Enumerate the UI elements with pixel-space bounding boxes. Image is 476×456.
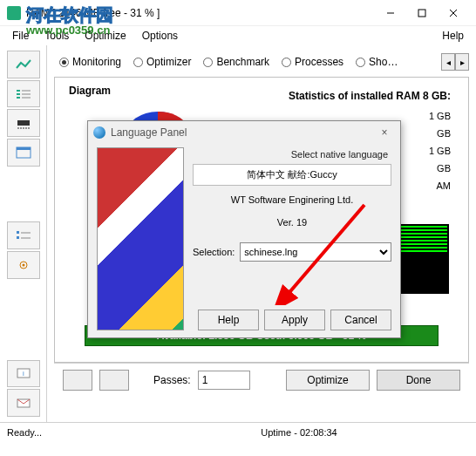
sidebar-ram-icon[interactable] xyxy=(7,109,40,137)
status-uptime: Uptime - 02:08:34 xyxy=(129,427,469,438)
menu-file[interactable]: File xyxy=(5,28,36,44)
bottom-btn-2[interactable] xyxy=(99,370,129,391)
stat-row: 1 GB xyxy=(429,146,451,156)
dialog-titlebar: Language Panel × xyxy=(88,121,400,144)
sidebar-tasks-icon[interactable] xyxy=(7,221,40,249)
tab-strip: Monitoring Optimizer Benchmark Processes… xyxy=(54,51,469,73)
svg-rect-17 xyxy=(17,147,31,150)
bottom-bar: Passes: 1 Optimize Done xyxy=(54,363,469,396)
menu-tools[interactable]: Tools xyxy=(37,28,76,44)
language-select[interactable]: schinese.lng xyxy=(240,242,391,262)
sidebar-list-icon[interactable] xyxy=(7,80,40,108)
passes-spinner[interactable]: 1 xyxy=(198,371,250,390)
tab-benchmark[interactable]: Benchmark xyxy=(198,56,275,68)
close-button[interactable] xyxy=(438,1,469,25)
sidebar-chart-icon[interactable] xyxy=(7,51,40,78)
svg-point-23 xyxy=(22,263,24,266)
lang-info-2: WT Software Enginering Ltd. xyxy=(193,191,391,208)
globe-icon xyxy=(93,126,105,139)
dialog-title: Language Panel xyxy=(111,126,187,139)
sidebar-window-icon[interactable] xyxy=(7,139,40,167)
lang-info-3: Ver. 19 xyxy=(193,214,391,231)
titlebar: RAM [ 2446 MB free - 31 % ] xyxy=(0,0,476,26)
sidebar-info-icon[interactable]: i xyxy=(7,360,40,388)
tab-scroll-right[interactable]: ▸ xyxy=(455,53,469,71)
lang-info-1: 简体中文 献给:Guccy xyxy=(193,164,391,186)
sidebar: i xyxy=(0,45,47,422)
menu-optimize[interactable]: Optimize xyxy=(78,28,133,44)
diagram-label: Diagram xyxy=(69,85,111,97)
sidebar-mail-icon[interactable] xyxy=(7,389,40,417)
status-ready: Ready... xyxy=(7,427,112,438)
flags-image xyxy=(97,147,184,330)
svg-rect-19 xyxy=(17,236,19,239)
tab-scroll-left[interactable]: ◂ xyxy=(441,53,455,71)
done-button[interactable]: Done xyxy=(377,370,460,391)
select-language-label: Select native language xyxy=(193,147,391,161)
maximize-button[interactable] xyxy=(406,1,438,25)
menubar: File Tools Optimize Options Help xyxy=(0,26,476,45)
status-bar: Ready... Uptime - 02:08:34 xyxy=(0,422,476,441)
language-dialog: Language Panel × Select native language … xyxy=(87,120,401,338)
stats-title: Statistics of installed RAM 8 GB: xyxy=(289,90,451,102)
menu-options[interactable]: Options xyxy=(135,28,185,44)
dialog-close-button[interactable]: × xyxy=(374,124,395,141)
stat-row: 1 GB xyxy=(429,111,451,121)
svg-rect-10 xyxy=(17,120,30,126)
tab-processes[interactable]: Processes xyxy=(276,56,349,68)
stat-row: AM xyxy=(437,180,452,191)
svg-text:i: i xyxy=(23,370,24,378)
svg-rect-18 xyxy=(17,231,19,234)
tab-monitoring[interactable]: Monitoring xyxy=(54,56,126,68)
selection-label: Selection: xyxy=(193,247,235,257)
svg-rect-5 xyxy=(17,93,20,95)
svg-rect-4 xyxy=(17,90,20,92)
minimize-button[interactable] xyxy=(375,1,406,25)
passes-label: Passes: xyxy=(153,374,191,386)
tab-optimizer[interactable]: Optimizer xyxy=(128,56,196,68)
dialog-help-button[interactable]: Help xyxy=(198,310,259,330)
stat-row: GB xyxy=(437,163,451,174)
app-icon xyxy=(7,6,21,20)
usage-graph xyxy=(398,224,449,294)
stat-row: GB xyxy=(437,128,451,139)
svg-rect-6 xyxy=(17,97,20,99)
svg-rect-1 xyxy=(418,10,425,17)
dialog-cancel-button[interactable]: Cancel xyxy=(330,310,391,330)
bottom-btn-1[interactable] xyxy=(63,370,92,391)
window-title: RAM [ 2446 MB free - 31 % ] xyxy=(26,7,375,19)
optimize-button[interactable]: Optimize xyxy=(286,370,370,391)
menu-help[interactable]: Help xyxy=(435,28,471,44)
tab-short[interactable]: Sho… xyxy=(350,56,403,68)
dialog-apply-button[interactable]: Apply xyxy=(264,310,325,330)
sidebar-gear-icon[interactable] xyxy=(7,251,40,279)
